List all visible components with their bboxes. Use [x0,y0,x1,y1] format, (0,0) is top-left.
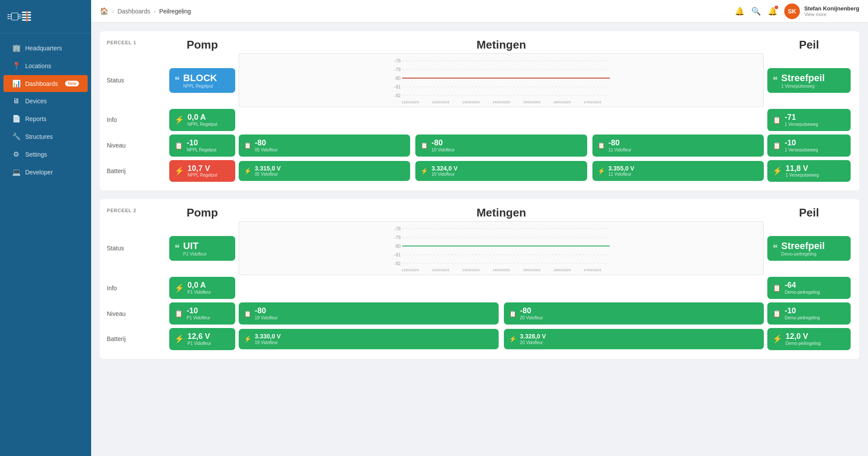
sidebar-item-reports[interactable]: 📄 Reports [3,110,88,127]
svg-text:-79: -79 [395,235,401,240]
perceel2-niveau-pomp-value: -10 [187,307,230,315]
doc10-icon: 📋 [509,310,516,317]
sidebar-item-reports-label: Reports [25,115,46,122]
bell-icon[interactable]: 🔔 [768,7,777,16]
bolt7-icon: ⚡ [174,283,184,293]
sidebar-nav: 🏢 Headquarters 📍 Locations 📊 Dashboards … [0,33,91,456]
perceel2-tag: PERCEEL 2 [107,206,168,213]
perceel2-niveau-met2[interactable]: 📋 -80 20 Vidofleur [504,302,764,325]
perceel2-niveau-metingen: 📋 -80 19 Vidofleur 📋 -80 20 Vidofleur [237,301,766,326]
sidebar-item-dashboards[interactable]: 📊 Dashboards New [3,75,88,92]
perceel1-status-pomp[interactable]: ❝ BLOCK NPPL Regelput [168,66,237,95]
sidebar-item-headquarters-label: Headquarters [25,45,62,52]
main-area: 🏠 › Dashboards › Peilregeling 🔔 🔍 🔔 SK S… [91,0,868,456]
reports-icon: 📄 [12,115,20,123]
perceel2-chart-svg: -78 -79 -80 -81 -82 11/02/2023 12/02/ [243,224,760,272]
avatar: SK [784,3,800,19]
svg-text:-82: -82 [395,93,401,98]
perceel2-niveau-pomp-card[interactable]: 📋 -10 P1 Vidofleur [169,302,235,325]
user-section[interactable]: SK Stefan Konijnenberg View more [784,3,859,19]
perceel2-info-peil-card[interactable]: 📋 -64 Demo-peilregeling [767,277,851,299]
perceel1-bat-met2[interactable]: ⚡ 3.324,0 V 10 Vidofleur [415,161,587,181]
perceel2-status-label: Status [107,245,168,252]
sidebar-item-devices[interactable]: 🖥 Devices [3,93,88,109]
perceel1-niveau-met1[interactable]: 📋 -80 05 Vidofleur [239,135,410,157]
perceel1-info-peil-card[interactable]: 📋 -71 1 Verseputseweg [767,109,851,131]
perceel2-batterij-pomp-card[interactable]: ⚡ 12,6 V P1 Vidofleur [169,328,235,350]
perceel1-bat-peil-sub: 1 Verseputseweg [786,173,845,177]
perceel2-batterij-peil-card[interactable]: ⚡ 12,0 V Demo-peilregeling [767,328,851,350]
perceel2-niveau-peil-card[interactable]: 📋 -10 Demo-peilregeling [767,302,851,325]
perceel2-bat-met1-sub: 19 Vidofleur [255,340,493,345]
svg-text:11/02/2023: 11/02/2023 [401,268,419,272]
perceel2-info-pomp-card[interactable]: ⚡ 0,0 A P1 Vidofleur [169,277,235,299]
sidebar: 🏢 Headquarters 📍 Locations 📊 Dashboards … [0,0,91,456]
perceel1-niveau-met3-sub: 11 Vidofleur [608,148,759,152]
svg-text:11/02/2023: 11/02/2023 [401,100,419,104]
svg-text:15/02/2023: 15/02/2023 [523,268,541,272]
perceel1-niveau-pomp-value: -10 [187,139,230,148]
perceel2-status-peil-card[interactable]: ❝ Streefpeil Demo-peilregeling [767,236,851,261]
perceel1-niveau-peil-card[interactable]: 📋 -10 1 Verseputseweg [767,135,851,157]
perceel1-status-pomp-card[interactable]: ❝ BLOCK NPPL Regelput [169,68,235,93]
doc7-icon: 📋 [773,284,781,292]
perceel1-bat-met3[interactable]: ⚡ 3.355,0 V 11 Vidofleur [592,161,764,181]
perceel1-status-peil-card[interactable]: ❝ Streefpeil 1 Verseputseweg [767,68,851,93]
perceel2-info-pomp-value: 0,0 A [187,281,230,290]
perceel1-status-label: Status [107,77,168,84]
perceel2-niveau-met1-value: -80 [255,307,493,315]
perceel1-bat-met1[interactable]: ⚡ 3.315,0 V 05 Vidofleur [239,161,410,181]
doc11-icon: 📋 [773,309,781,318]
dashboards-icon: 📊 [12,79,20,88]
perceel2-batterij-metingen: ⚡ 3.330,0 V 19 Vidofleur ⚡ 3.328,0 V 20 … [237,327,766,351]
perceel2-bat-met2[interactable]: ⚡ 3.328,0 V 20 Vidofleur [504,329,764,349]
svg-text:14/02/2023: 14/02/2023 [493,100,510,104]
sidebar-item-settings[interactable]: ⚙ Settings [3,146,88,163]
perceel2-headers: PERCEEL 2 Pomp Metingen Peil [107,206,852,220]
perceel1-peil-status-value: Streefpeil [781,72,845,84]
svg-text:13/02/2023: 13/02/2023 [462,268,480,272]
perceel1-niveau-met3[interactable]: 📋 -80 11 Vidofleur [592,135,764,157]
perceel1-tag: PERCEEL 1 [107,38,168,45]
perceel2-bat-met1[interactable]: ⚡ 3.330,0 V 19 Vidofleur [239,329,499,349]
svg-rect-0 [8,14,9,15]
svg-text:-79: -79 [395,67,401,72]
search-icon[interactable]: 🔍 [751,7,761,16]
perceel2-bat-peil-value: 12,0 V [786,332,845,341]
doc-icon: 📋 [773,116,781,124]
bolt8-icon: ⚡ [174,334,184,344]
perceel2-niveau-met1[interactable]: 📋 -80 19 Vidofleur [239,302,499,325]
doc6-icon: 📋 [773,141,781,150]
perceel1-niveau-pomp-card[interactable]: 📋 -10 NPPL Regelput [169,135,235,157]
perceel1-niveau-met2[interactable]: 📋 -80 10 Vidofleur [415,135,587,157]
perceel1-niveau-met2-value: -80 [431,139,582,148]
svg-text:-82: -82 [395,261,401,266]
doc9-icon: 📋 [244,310,251,317]
svg-text:12/02/2023: 12/02/2023 [432,100,450,104]
perceel1-batterij-pomp-card[interactable]: ⚡ 10,7 V NPPL Regelput [169,160,235,182]
perceel1-info-pomp-card[interactable]: ⚡ 0,0 A NPPL Regelput [169,109,235,131]
perceel2-niveau-row: Niveau 📋 -10 P1 Vidofleur 📋 -80 [107,301,852,326]
sidebar-item-settings-label: Settings [25,151,47,158]
perceel1-niveau-met2-sub: 10 Vidofleur [431,148,582,152]
notification-settings-icon[interactable]: 🔔 [735,7,744,16]
perceel2-section: PERCEEL 2 Pomp Metingen Peil Status ❝ UI… [100,199,859,358]
perceel1-status-peil[interactable]: ❝ Streefpeil 1 Verseputseweg [766,66,852,95]
perceel2-status-pomp-card[interactable]: ❝ UIT P1 Vidofleur [169,236,235,261]
settings-icon: ⚙ [12,150,20,158]
perceel1-section: PERCEEL 1 Pomp Metingen Peil Status ❝ BL… [100,31,859,190]
perceel1-batterij-peil-card[interactable]: ⚡ 11,8 V 1 Verseputseweg [767,160,851,182]
perceel1-peil-header: Peil [766,38,852,52]
perceel2-niveau-met2-sub: 20 Vidofleur [520,315,759,320]
breadcrumb-dashboards[interactable]: Dashboards [118,8,151,15]
user-sub: View more [804,12,859,17]
sidebar-item-headquarters[interactable]: 🏢 Headquarters [3,39,88,56]
user-name: Stefan Konijnenberg [804,5,859,12]
sidebar-item-developer[interactable]: 💻 Developer [3,164,88,180]
perceel2-bat-met2-value: 3.328,0 V [520,333,759,340]
sidebar-item-locations[interactable]: 📍 Locations [3,57,88,74]
svg-text:17/02/2023: 17/02/2023 [584,100,602,104]
perceel2-chart: -78 -79 -80 -81 -82 11/02/2023 12/02/ [239,221,764,275]
home-icon[interactable]: 🏠 [100,7,108,15]
sidebar-item-structures[interactable]: 🔧 Structures [3,128,88,145]
